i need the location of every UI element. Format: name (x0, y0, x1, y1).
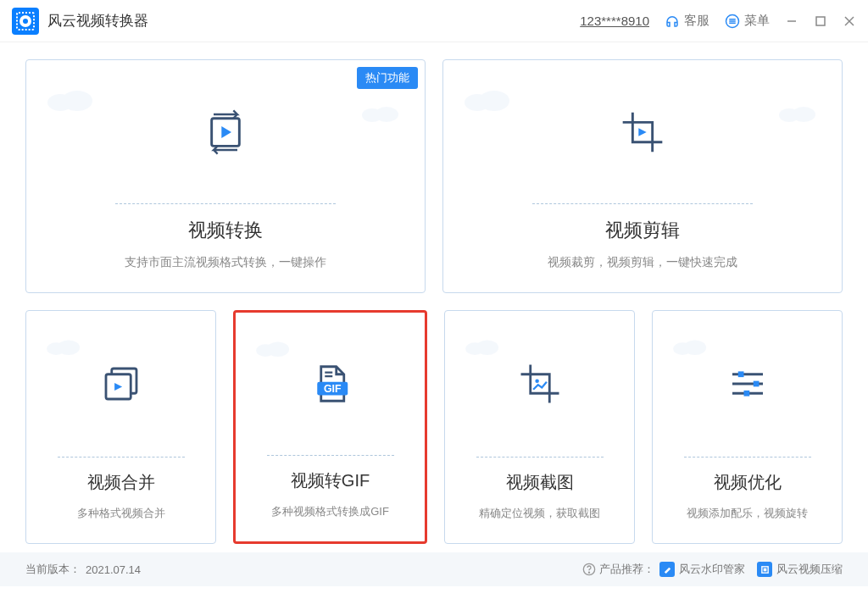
gif-file-icon: GIF (308, 361, 353, 407)
card-desc: 精确定位视频，获取截图 (470, 506, 609, 521)
customer-service-button[interactable]: 客服 (665, 13, 709, 29)
close-icon (843, 15, 855, 27)
svg-point-11 (375, 107, 398, 122)
recommend-watermark[interactable]: 风云水印管家 (659, 562, 745, 577)
version-value: 2021.07.14 (86, 563, 141, 576)
version-label: 当前版本： (25, 562, 81, 577)
svg-point-20 (58, 340, 80, 355)
svg-rect-38 (737, 371, 743, 377)
recommend-compress[interactable]: 风云视频压缩 (757, 562, 843, 577)
titlebar: 风云视频转换器 123****8910 客服 菜单 (0, 0, 868, 42)
card-title: 视频转换 (188, 218, 263, 243)
svg-point-34 (684, 340, 706, 355)
cloud-decoration-icon (462, 336, 500, 355)
card-desc: 支持市面主流视频格式转换，一键操作 (116, 255, 335, 270)
card-title: 视频合并 (87, 471, 155, 494)
menu-label: 菜单 (744, 13, 770, 29)
convert-icon (202, 108, 249, 156)
svg-rect-39 (753, 381, 759, 387)
minimize-icon (786, 15, 798, 27)
card-video-merge[interactable]: 视频合并 多种格式视频合并 (25, 310, 216, 544)
app-title: 风云视频转换器 (47, 11, 148, 30)
svg-point-31 (476, 340, 498, 355)
card-title: 视频优化 (714, 471, 782, 494)
sliders-icon (725, 361, 771, 407)
card-video-convert[interactable]: 热门功能 视频转换 支持市面主流视频格式转换，一键操作 (25, 59, 426, 293)
card-desc: 多种视频格式转换成GIF (263, 504, 398, 519)
svg-point-9 (62, 91, 92, 111)
svg-marker-13 (221, 126, 231, 138)
account-link[interactable]: 123****8910 (580, 14, 649, 28)
cloud-decoration-icon (253, 338, 291, 357)
window-controls (785, 14, 856, 28)
cloud-decoration-icon (43, 336, 81, 355)
svg-marker-18 (638, 128, 646, 136)
card-desc: 视频添加配乐，视频旋转 (678, 506, 816, 521)
svg-point-15 (479, 91, 509, 111)
svg-point-17 (792, 107, 815, 122)
card-title: 视频截图 (506, 471, 574, 494)
menu-icon (725, 14, 740, 29)
svg-rect-5 (816, 17, 825, 25)
app-logo-icon (12, 8, 39, 35)
watermark-app-icon (659, 562, 675, 577)
cloud-decoration-icon (774, 103, 816, 124)
card-title: 视频转GIF (291, 469, 370, 492)
recommend-label-text: 风云水印管家 (679, 562, 745, 577)
svg-point-32 (535, 379, 539, 383)
merge-icon (98, 361, 144, 407)
recommend-label-text: 风云视频压缩 (776, 562, 843, 577)
cloud-decoration-icon (357, 103, 399, 124)
recommend-label: 产品推荐： (599, 562, 654, 577)
card-video-edit[interactable]: 视频剪辑 视频裁剪，视频剪辑，一键快速完成 (442, 59, 843, 293)
headset-icon (665, 14, 680, 29)
main-content: 热门功能 视频转换 支持市面主流视频格式转换，一键操作 (0, 42, 868, 552)
cloud-decoration-icon (460, 86, 511, 111)
card-desc: 多种格式视频合并 (69, 506, 174, 521)
menu-button[interactable]: 菜单 (725, 13, 770, 29)
card-desc: 视频裁剪，视频剪辑，一键快速完成 (539, 255, 746, 270)
close-button[interactable] (843, 14, 856, 28)
minimize-button[interactable] (785, 14, 798, 28)
svg-point-25 (267, 341, 289, 357)
crop-icon (619, 108, 666, 156)
help-icon (582, 563, 596, 576)
card-video-optimize[interactable]: 视频优化 视频添加配乐，视频旋转 (652, 310, 843, 544)
footer: 当前版本： 2021.07.14 产品推荐： 风云水印管家 风云视频压缩 (0, 552, 868, 586)
maximize-icon (815, 15, 826, 27)
card-video-screenshot[interactable]: 视频截图 精确定位视频，获取截图 (444, 310, 635, 544)
compress-app-icon (757, 562, 772, 577)
svg-rect-44 (763, 568, 766, 571)
cloud-decoration-icon (670, 336, 708, 355)
card-video-to-gif[interactable]: GIF 视频转GIF 多种视频格式转换成GIF (233, 310, 427, 544)
card-title: 视频剪辑 (605, 218, 680, 243)
screenshot-icon (517, 361, 563, 407)
customer-service-label: 客服 (684, 13, 709, 29)
svg-text:GIF: GIF (323, 383, 341, 395)
maximize-button[interactable] (814, 14, 827, 28)
cloud-decoration-icon (43, 86, 94, 111)
svg-rect-40 (743, 391, 749, 396)
svg-point-42 (588, 572, 589, 573)
